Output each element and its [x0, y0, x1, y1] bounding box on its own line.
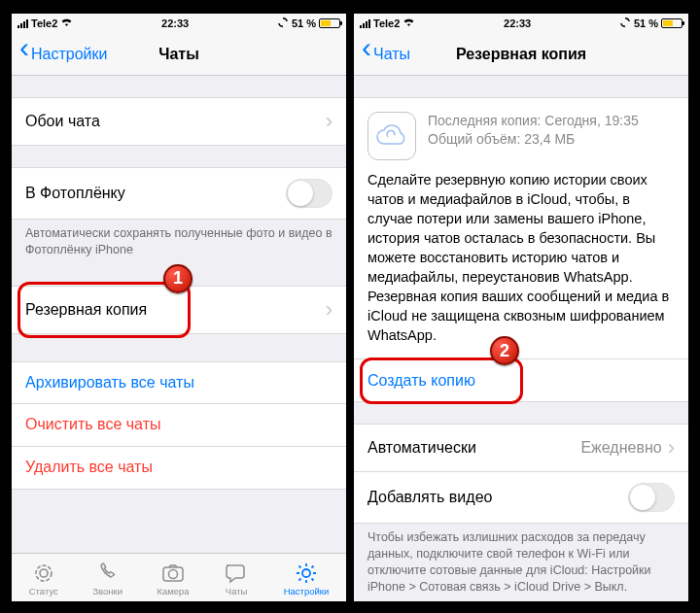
toggle-include-video[interactable]: [628, 483, 675, 512]
carrier-label: Tele2: [31, 17, 57, 29]
cell-label: Очистить все чаты: [25, 416, 160, 433]
clock-label: 22:33: [161, 17, 189, 29]
tab-bar: Статус Звонки Камера Чаты Настройки: [12, 553, 346, 601]
back-label: Настройки: [31, 46, 107, 63]
total-size-label: Общий объём: 23,4 МБ: [428, 130, 639, 149]
svg-point-0: [36, 565, 52, 581]
cell-label: Удалить все чаты: [25, 459, 153, 476]
tab-label: Настройки: [284, 586, 330, 596]
wifi-icon: [402, 17, 415, 29]
svg-point-1: [40, 569, 48, 577]
tab-status[interactable]: Статус: [29, 562, 58, 596]
signal-icon: [18, 19, 28, 28]
tab-label: Статус: [29, 586, 58, 596]
tab-chats[interactable]: Чаты: [224, 562, 249, 596]
footer-data-warning: Чтобы избежать излишних расходов за пере…: [354, 524, 688, 596]
tab-label: Чаты: [226, 586, 248, 596]
page-title: Резервная копия: [456, 46, 586, 63]
cell-create-backup[interactable]: Создать копию: [354, 359, 688, 402]
tab-calls[interactable]: Звонки: [92, 562, 122, 596]
cell-archive-all[interactable]: Архивировать все чаты: [12, 361, 346, 404]
cell-wallpaper[interactable]: Обои чата ›: [12, 97, 346, 146]
svg-point-3: [169, 570, 178, 579]
screen-chats-settings: Tele2 22:33 51 % Настройки Чаты: [12, 14, 346, 601]
tab-settings[interactable]: Настройки: [284, 562, 330, 596]
backup-description: Сделайте резервную копию истории своих ч…: [368, 170, 675, 345]
battery-icon: [661, 18, 682, 28]
nav-bar: Настройки Чаты: [12, 33, 346, 76]
chevron-right-icon: ›: [668, 435, 675, 460]
battery-icon: [319, 18, 340, 28]
cloud-icon: [368, 112, 416, 160]
cell-label: Архивировать все чаты: [25, 374, 194, 392]
chevron-right-icon: ›: [326, 109, 332, 134]
footer-camera-roll: Автоматически сохранять полученные фото …: [12, 220, 346, 258]
battery-pct-label: 51 %: [634, 17, 658, 29]
cell-label: Обои чата: [25, 113, 100, 130]
cell-include-video[interactable]: Добавлять видео: [354, 472, 688, 524]
page-title: Чаты: [158, 46, 199, 63]
cell-clear-all[interactable]: Очистить все чаты: [12, 404, 346, 447]
last-backup-label: Последняя копия: Сегодня, 19:35: [428, 112, 639, 130]
cell-save-camera-roll[interactable]: В Фотоплёнку: [12, 167, 346, 220]
clock-label: 22:33: [504, 17, 531, 29]
content-scroll[interactable]: Обои чата › В Фотоплёнку Автоматически с…: [12, 76, 346, 553]
tab-camera[interactable]: Камера: [157, 562, 189, 596]
carrier-label: Tele2: [373, 17, 400, 29]
tab-label: Камера: [157, 586, 189, 596]
status-bar: Tele2 22:33 51 %: [12, 14, 346, 33]
back-button[interactable]: Чаты: [362, 46, 410, 63]
wifi-icon: [60, 17, 73, 29]
content-scroll[interactable]: Последняя копия: Сегодня, 19:35 Общий об…: [354, 76, 688, 601]
back-label: Чаты: [373, 46, 410, 63]
step-badge-1: 1: [163, 264, 192, 293]
battery-pct-label: 51 %: [292, 17, 316, 29]
cell-label: Создать копию: [368, 372, 475, 390]
backup-info: Последняя копия: Сегодня, 19:35 Общий об…: [354, 97, 688, 359]
cell-label: Добавлять видео: [368, 489, 492, 506]
cell-label: Автоматически: [368, 439, 476, 457]
cell-label: Резервная копия: [25, 301, 147, 319]
cell-value: Ежедневно: [580, 439, 667, 457]
cell-label: В Фотоплёнку: [25, 185, 125, 202]
signal-icon: [360, 19, 370, 28]
chevron-left-icon: [362, 46, 371, 63]
nav-bar: Чаты Резервная копия: [354, 33, 688, 76]
chevron-right-icon: ›: [326, 297, 332, 323]
toggle-save-camera-roll[interactable]: [286, 179, 332, 208]
sync-icon: [619, 17, 631, 30]
screen-backup: Tele2 22:33 51 % Чаты Резервная копия: [354, 14, 688, 601]
sync-icon: [277, 17, 289, 30]
cell-auto-backup[interactable]: Автоматически Ежедневно ›: [354, 424, 688, 472]
step-badge-2: 2: [490, 336, 519, 365]
tab-label: Звонки: [92, 586, 122, 596]
cell-delete-all[interactable]: Удалить все чаты: [12, 447, 346, 490]
back-button[interactable]: Настройки: [19, 46, 107, 63]
svg-point-4: [302, 569, 310, 577]
chevron-left-icon: [19, 46, 29, 63]
status-bar: Tele2 22:33 51 %: [354, 14, 688, 33]
